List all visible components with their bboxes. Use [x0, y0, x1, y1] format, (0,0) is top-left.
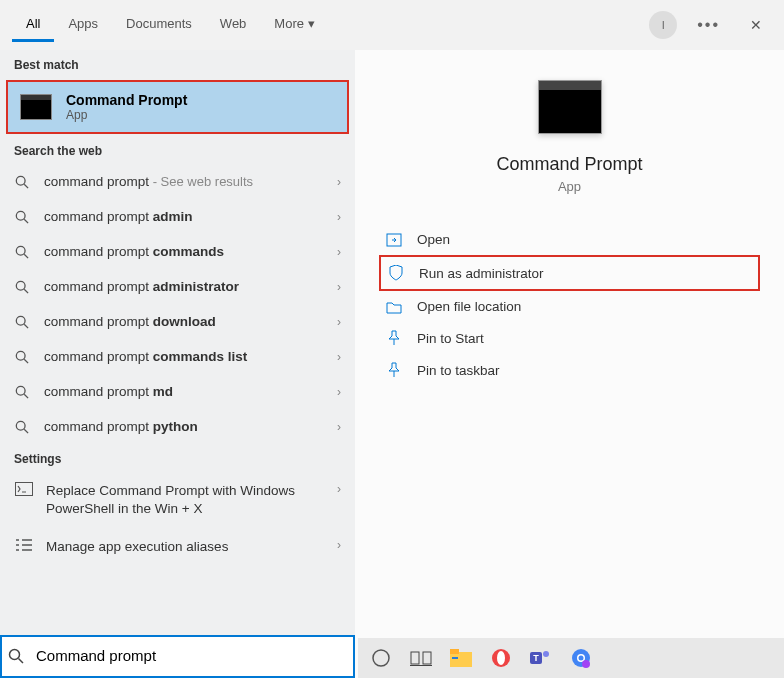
action-open[interactable]: Open [379, 224, 760, 255]
svg-point-2 [16, 211, 25, 220]
result-text: command prompt python [44, 419, 323, 434]
svg-rect-24 [450, 652, 472, 667]
svg-point-34 [579, 656, 584, 661]
svg-rect-22 [423, 652, 431, 664]
web-result-item[interactable]: command prompt - See web results › [0, 164, 355, 199]
chevron-right-icon: › [337, 420, 341, 434]
web-result-item[interactable]: command prompt administrator › [0, 269, 355, 304]
action-pin-to-start[interactable]: Pin to Start [379, 322, 760, 354]
results-panel: Best match Command Prompt App Search the… [0, 50, 355, 678]
teams-icon[interactable]: T [528, 645, 554, 671]
action-run-as-administrator[interactable]: Run as administrator [379, 255, 760, 291]
svg-point-31 [543, 651, 549, 657]
svg-line-3 [24, 219, 28, 223]
setting-text: Manage app execution aliases [46, 538, 325, 556]
search-icon [14, 350, 30, 364]
svg-rect-26 [452, 657, 458, 659]
search-icon [14, 245, 30, 259]
web-result-item[interactable]: command prompt download › [0, 304, 355, 339]
action-label: Open file location [417, 299, 521, 314]
svg-point-18 [10, 649, 20, 659]
search-web-label: Search the web [0, 136, 355, 164]
svg-line-15 [24, 429, 28, 433]
best-match-subtitle: App [66, 108, 187, 122]
result-text: command prompt admin [44, 209, 323, 224]
svg-point-6 [16, 281, 25, 290]
tab-web[interactable]: Web [206, 8, 261, 42]
command-prompt-icon [20, 94, 52, 120]
setting-text: Replace Command Prompt with Windows Powe… [46, 482, 325, 518]
close-button[interactable]: ✕ [740, 17, 772, 33]
setting-aliases[interactable]: Manage app execution aliases › [0, 528, 355, 566]
action-open-file-location[interactable]: Open file location [379, 291, 760, 322]
svg-point-35 [582, 660, 590, 668]
search-icon [14, 315, 30, 329]
web-result-item[interactable]: command prompt python › [0, 409, 355, 444]
cortana-icon[interactable] [368, 645, 394, 671]
user-avatar[interactable]: I [649, 11, 677, 39]
web-result-item[interactable]: command prompt commands › [0, 234, 355, 269]
chevron-right-icon: › [337, 482, 341, 496]
more-options-button[interactable]: ••• [689, 16, 728, 34]
pin-icon [385, 362, 403, 378]
preview-title: Command Prompt [496, 154, 642, 175]
best-match-label: Best match [0, 50, 355, 78]
action-pin-to-taskbar[interactable]: Pin to taskbar [379, 354, 760, 386]
shield-icon [387, 265, 405, 281]
svg-point-12 [16, 386, 25, 395]
search-icon [8, 648, 24, 664]
svg-line-13 [24, 394, 28, 398]
svg-rect-16 [16, 483, 33, 496]
chrome-icon[interactable] [568, 645, 594, 671]
web-result-item[interactable]: command prompt commands list › [0, 339, 355, 374]
setting-replace-cmd[interactable]: Replace Command Prompt with Windows Powe… [0, 472, 355, 528]
result-text: command prompt - See web results [44, 174, 323, 189]
task-view-icon[interactable] [408, 645, 434, 671]
svg-point-8 [16, 316, 25, 325]
svg-line-19 [19, 658, 24, 663]
folder-icon [385, 300, 403, 314]
web-result-item[interactable]: command prompt md › [0, 374, 355, 409]
svg-line-5 [24, 254, 28, 258]
result-text: command prompt commands list [44, 349, 323, 364]
chevron-right-icon: › [337, 280, 341, 294]
action-label: Open [417, 232, 450, 247]
tab-documents[interactable]: Documents [112, 8, 206, 42]
result-text: command prompt md [44, 384, 323, 399]
svg-line-7 [24, 289, 28, 293]
chevron-right-icon: › [337, 245, 341, 259]
svg-rect-25 [450, 649, 459, 654]
tab-more[interactable]: More ▾ [260, 8, 328, 42]
best-match-result[interactable]: Command Prompt App [6, 80, 349, 134]
terminal-icon [14, 482, 34, 496]
svg-rect-21 [411, 652, 419, 664]
svg-point-28 [497, 651, 505, 665]
chevron-right-icon: › [337, 538, 341, 552]
chevron-right-icon: › [337, 385, 341, 399]
tab-all[interactable]: All [12, 8, 54, 42]
preview-subtitle: App [558, 179, 581, 194]
tab-apps[interactable]: Apps [54, 8, 112, 42]
list-icon [14, 538, 34, 552]
svg-point-14 [16, 421, 25, 430]
svg-point-4 [16, 246, 25, 255]
search-box[interactable] [0, 635, 355, 678]
result-text: command prompt download [44, 314, 323, 329]
result-text: command prompt administrator [44, 279, 323, 294]
svg-point-10 [16, 351, 25, 360]
command-prompt-icon [538, 80, 602, 134]
opera-icon[interactable] [488, 645, 514, 671]
search-icon [14, 385, 30, 399]
taskbar: T [358, 638, 784, 678]
web-result-item[interactable]: command prompt admin › [0, 199, 355, 234]
action-label: Run as administrator [419, 266, 544, 281]
action-label: Pin to Start [417, 331, 484, 346]
search-input[interactable] [34, 641, 347, 670]
search-icon [14, 420, 30, 434]
file-explorer-icon[interactable] [448, 645, 474, 671]
chevron-right-icon: › [337, 175, 341, 189]
search-icon [14, 280, 30, 294]
chevron-right-icon: › [337, 315, 341, 329]
svg-point-20 [373, 650, 389, 666]
svg-line-1 [24, 184, 28, 188]
